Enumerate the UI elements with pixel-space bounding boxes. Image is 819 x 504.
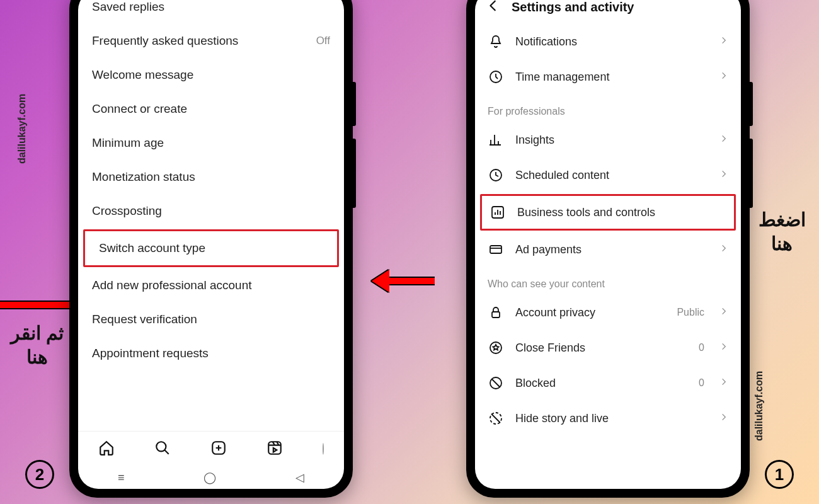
screen-settings: Settings and activity Notifications Time… — [475, 0, 741, 489]
phone-frame-left: Saved replies Frequently asked questions… — [69, 0, 353, 498]
page-title: Settings and activity — [512, 0, 634, 14]
row-request-verification[interactable]: Request verification — [78, 302, 344, 336]
row-scheduled-content[interactable]: Scheduled content — [475, 158, 741, 193]
chevron-right-icon — [719, 36, 728, 47]
chevron-right-icon — [719, 71, 728, 83]
watermark-right: dalilukayf.com — [753, 371, 765, 441]
row-time-management[interactable]: Time management — [475, 59, 741, 94]
row-close-friends[interactable]: Close Friends 0 — [475, 330, 741, 365]
row-ad-payments[interactable]: Ad payments — [475, 232, 741, 267]
row-label: Ad payments — [515, 243, 708, 256]
block-icon — [488, 375, 504, 391]
row-label: Account privacy — [515, 306, 665, 319]
back-button-icon[interactable]: ◁ — [295, 471, 304, 484]
phone-frame-right: Settings and activity Notifications Time… — [466, 0, 750, 498]
profile-avatar[interactable] — [323, 444, 324, 455]
step-badge-1: 1 — [765, 460, 794, 489]
chevron-right-icon — [719, 377, 728, 389]
row-account-privacy[interactable]: Account privacy Public — [475, 295, 741, 330]
row-label: Request verification — [92, 312, 197, 326]
home-icon[interactable] — [98, 440, 115, 459]
row-label: Close Friends — [515, 341, 687, 355]
callout-right: اضغط هنا — [753, 208, 810, 255]
row-insights[interactable]: Insights — [475, 122, 741, 158]
row-minimum-age[interactable]: Minimum age — [78, 126, 344, 160]
row-label: Minimum age — [92, 136, 164, 150]
row-label: Hide story and live — [515, 412, 708, 425]
chevron-right-icon — [719, 169, 728, 181]
hide-icon — [488, 411, 504, 426]
row-label: Welcome message — [92, 68, 193, 82]
arrow-between-phones — [372, 270, 435, 292]
row-value: 0 — [699, 342, 704, 353]
android-nav: ≡ ◯ ◁ — [78, 466, 344, 489]
clock-icon — [488, 69, 504, 84]
row-label: Insights — [515, 134, 708, 147]
chevron-right-icon — [719, 413, 728, 424]
create-icon[interactable] — [210, 440, 227, 459]
row-label: Switch account type — [99, 241, 205, 255]
recent-apps-icon[interactable]: ≡ — [118, 471, 125, 484]
row-label: Appointment requests — [92, 346, 209, 360]
chevron-right-icon — [719, 134, 728, 146]
chart-icon — [490, 205, 506, 220]
row-label: Monetization status — [92, 170, 195, 184]
bell-icon — [488, 34, 504, 49]
chevron-right-icon — [719, 307, 728, 318]
row-value: Off — [316, 35, 330, 47]
row-monetization[interactable]: Monetization status — [78, 160, 344, 194]
home-button-icon[interactable]: ◯ — [203, 471, 216, 484]
row-notifications[interactable]: Notifications — [475, 24, 741, 59]
row-connect-create[interactable]: Connect or create — [78, 92, 344, 126]
section-for-professionals: For professionals — [475, 94, 741, 122]
row-label: Notifications — [515, 35, 708, 49]
row-faq[interactable]: Frequently asked questions Off — [78, 24, 344, 58]
svg-rect-3 — [490, 246, 501, 253]
header-row: Settings and activity — [475, 0, 741, 24]
back-icon[interactable] — [486, 0, 500, 15]
row-label: Add new professional account — [92, 278, 252, 292]
row-add-professional[interactable]: Add new professional account — [78, 268, 344, 302]
callout-left: ثم انقر هنا — [9, 321, 66, 369]
row-label: Connect or create — [92, 102, 187, 116]
row-business-tools[interactable]: Business tools and controls — [480, 194, 736, 231]
watermark-left: dalilukayf.com — [16, 94, 28, 164]
svg-rect-4 — [492, 312, 500, 318]
row-switch-account-type[interactable]: Switch account type — [83, 229, 339, 267]
search-icon[interactable] — [154, 440, 171, 459]
row-welcome-message[interactable]: Welcome message — [78, 58, 344, 92]
row-label: Crossposting — [92, 204, 162, 218]
card-icon — [488, 242, 504, 257]
row-label: Scheduled content — [515, 169, 708, 182]
step-badge-2: 2 — [25, 460, 54, 489]
chevron-right-icon — [719, 244, 728, 255]
bottom-nav — [78, 431, 344, 466]
clock-arrow-icon — [488, 168, 504, 183]
section-who-can-see: Who can see your content — [475, 267, 741, 295]
row-crossposting[interactable]: Crossposting — [78, 194, 344, 228]
row-value: Public — [677, 307, 704, 318]
row-label: Saved replies — [92, 0, 164, 14]
row-label: Time management — [515, 71, 708, 84]
row-blocked[interactable]: Blocked 0 — [475, 365, 741, 401]
row-label: Business tools and controls — [517, 206, 726, 219]
screen-business-tools: Saved replies Frequently asked questions… — [78, 0, 344, 489]
row-label: Blocked — [515, 377, 687, 390]
row-appointment-requests[interactable]: Appointment requests — [78, 336, 344, 370]
svg-rect-10 — [268, 442, 281, 454]
row-label: Frequently asked questions — [92, 34, 238, 48]
star-icon — [488, 340, 504, 355]
reels-icon[interactable] — [266, 440, 283, 459]
row-hide-story[interactable]: Hide story and live — [475, 401, 741, 436]
lock-icon — [488, 305, 504, 320]
row-saved-replies[interactable]: Saved replies — [78, 0, 344, 24]
chevron-right-icon — [719, 342, 728, 353]
bars-icon — [488, 132, 504, 147]
row-value: 0 — [699, 377, 704, 389]
svg-point-8 — [156, 442, 166, 451]
